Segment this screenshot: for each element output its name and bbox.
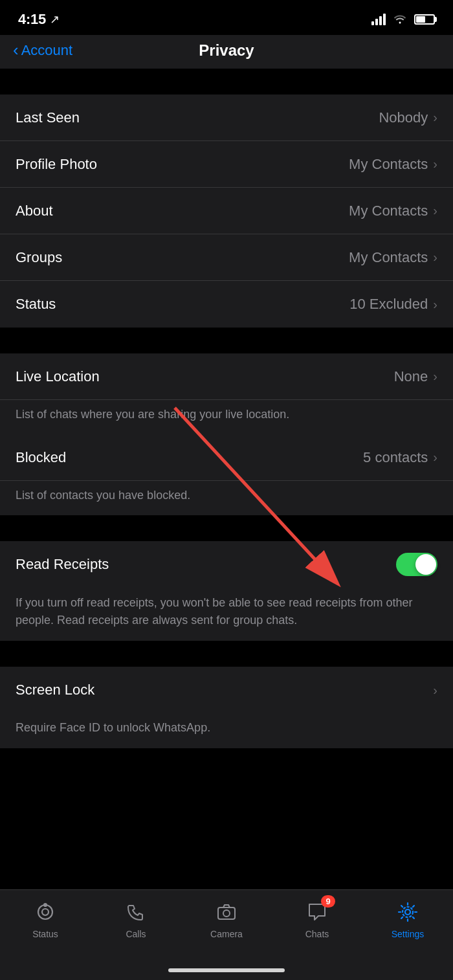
back-label: Account [21,42,73,59]
section-gap-4 [0,641,453,667]
live-location-label: Live Location [16,368,100,385]
profile-photo-label: Profile Photo [16,156,97,173]
tab-chats[interactable]: 9 Chats [272,899,362,939]
screen-lock-right: › [433,683,437,698]
svg-rect-5 [218,908,235,919]
back-chevron-icon: ‹ [13,41,19,58]
tab-chats-label: Chats [305,929,329,939]
groups-item[interactable]: Groups My Contacts › [0,234,453,281]
screen-lock-label: Screen Lock [16,682,94,698]
status-value: 10 Excluded [349,296,428,313]
svg-point-3 [42,909,49,915]
tab-status-label: Status [32,929,58,939]
about-right: My Contacts › [349,203,437,219]
signal-bars [371,14,386,25]
location-icon: ↗ [50,12,60,27]
read-receipts-item: Read Receipts [0,541,453,588]
nav-bar: ‹ Account Privacy [0,35,453,69]
svg-point-4 [44,904,47,906]
status-icons [371,12,435,27]
tab-status[interactable]: Status [0,899,91,939]
status-item[interactable]: Status 10 Excluded › [0,281,453,328]
groups-label: Groups [16,249,62,266]
live-location-description: List of chats where you are sharing your… [0,400,453,434]
profile-photo-item[interactable]: Profile Photo My Contacts › [0,141,453,188]
home-indicator [168,968,285,972]
read-receipts-label: Read Receipts [16,556,109,573]
live-location-value: None [394,368,428,385]
chats-icon: 9 [304,899,330,925]
groups-right: My Contacts › [349,249,437,266]
privacy-section-4: Screen Lock › Require Face ID to unlock … [0,667,453,748]
battery-icon [414,14,435,25]
blocked-chevron: › [433,450,437,465]
read-receipts-description: If you turn off read receipts, you won't… [0,588,453,641]
status-icon [32,899,58,925]
wifi-icon [392,12,408,27]
read-receipts-toggle[interactable] [396,553,437,576]
live-location-chevron: › [433,369,437,384]
chats-badge: 9 [321,895,335,908]
signal-bar-1 [371,21,374,25]
status-time: 4:15 [18,11,46,28]
last-seen-label: Last Seen [16,109,80,126]
about-item[interactable]: About My Contacts › [0,188,453,234]
settings-icon [395,899,421,925]
privacy-section-1: Last Seen Nobody › Profile Photo My Cont… [0,95,453,328]
back-button[interactable]: ‹ Account [13,42,72,59]
profile-photo-right: My Contacts › [349,156,437,173]
signal-bar-2 [375,19,378,25]
profile-photo-value: My Contacts [349,156,428,173]
privacy-section-3: Read Receipts If you turn off read recei… [0,541,453,641]
live-location-item[interactable]: Live Location None › [0,353,453,400]
svg-point-6 [223,910,230,917]
tab-calls-label: Calls [126,929,146,939]
status-right: 10 Excluded › [349,296,437,313]
tab-settings[interactable]: Settings [362,899,453,939]
groups-chevron: › [433,250,437,265]
last-seen-chevron: › [433,110,437,125]
screen-lock-description: Require Face ID to unlock WhatsApp. [0,713,453,748]
battery-fill [416,16,425,23]
about-label: About [16,203,53,219]
tab-camera[interactable]: Camera [181,899,272,939]
tab-camera-label: Camera [210,929,243,939]
last-seen-value: Nobody [379,109,428,126]
signal-bar-3 [379,16,382,25]
last-seen-right: Nobody › [379,109,437,126]
about-value: My Contacts [349,203,428,219]
profile-photo-chevron: › [433,157,437,172]
blocked-label: Blocked [16,449,66,466]
signal-bar-4 [383,14,386,25]
status-label: Status [16,296,56,313]
last-seen-item[interactable]: Last Seen Nobody › [0,95,453,141]
live-location-right: None › [394,368,437,385]
status-chevron: › [433,297,437,312]
blocked-item[interactable]: Blocked 5 contacts › [0,434,453,481]
blocked-right: 5 contacts › [363,449,437,466]
svg-point-7 [405,909,410,915]
calls-icon [123,899,149,925]
section-gap-1 [0,69,453,95]
camera-icon [214,899,239,925]
tab-bar: Status Calls Camera 9 Chats [0,889,453,980]
groups-value: My Contacts [349,249,428,266]
toggle-knob [415,554,436,575]
svg-point-8 [403,907,413,917]
svg-point-2 [38,905,52,919]
section-gap-2 [0,328,453,353]
tab-settings-label: Settings [392,929,425,939]
screen-lock-chevron: › [433,683,437,698]
about-chevron: › [433,203,437,218]
blocked-value: 5 contacts [363,449,428,466]
tab-calls[interactable]: Calls [91,899,181,939]
screen-lock-item[interactable]: Screen Lock › [0,667,453,713]
status-bar: 4:15 ↗ [0,0,453,35]
page-title: Privacy [199,41,254,60]
section-gap-3 [0,515,453,541]
blocked-description: List of contacts you have blocked. [0,481,453,515]
privacy-section-2: Live Location None › List of chats where… [0,353,453,515]
